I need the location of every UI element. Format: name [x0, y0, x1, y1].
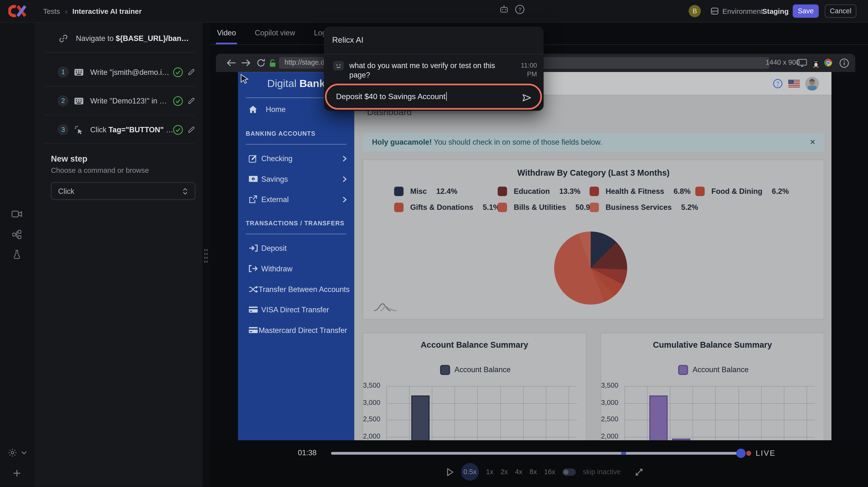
- ai-assistant-icon[interactable]: [499, 5, 509, 13]
- plot-area: [624, 386, 815, 440]
- breadcrumb-tests-link[interactable]: Tests: [43, 7, 60, 15]
- bar-chart-title: Cumulative Balance Summary: [601, 340, 824, 349]
- live-session-video[interactable]: Digital Bank Home BANKING ACCOUNTSChecki…: [238, 72, 831, 440]
- pie-legend-item: Business Services5.2%: [589, 203, 698, 212]
- environment-icon: [710, 6, 719, 16]
- assistant-message: what do you want me to verify or test on…: [349, 61, 500, 80]
- gridline: [523, 386, 524, 440]
- speed-16x[interactable]: 16x: [544, 468, 555, 476]
- gridline: [500, 386, 501, 440]
- browser-forward-icon[interactable]: [241, 59, 251, 67]
- cancel-button[interactable]: Cancel: [825, 4, 857, 18]
- tab-video[interactable]: Video: [216, 22, 237, 44]
- playhead[interactable]: [736, 449, 746, 458]
- bank-nav-mastercard-direct-transfer[interactable]: Mastercard Direct Transfer: [248, 324, 347, 336]
- text-caret: [446, 92, 447, 101]
- bank-nav-deposit[interactable]: Deposit: [248, 242, 347, 254]
- prompt-input-value[interactable]: Deposit $40 to Savings Account: [336, 92, 447, 101]
- flask-icon[interactable]: [13, 250, 21, 259]
- test-step-3[interactable]: 3Click Tag="BUTTON" …: [34, 116, 203, 143]
- legend-label: Misc: [410, 187, 427, 195]
- command-select[interactable]: Click: [51, 182, 195, 200]
- send-icon[interactable]: [521, 93, 532, 102]
- divider: [44, 115, 195, 115]
- cx-logo-icon[interactable]: [8, 4, 27, 18]
- edit-step-icon[interactable]: [187, 97, 195, 105]
- step-passed-icon[interactable]: [173, 67, 183, 77]
- bank-nav-savings[interactable]: 1Savings: [248, 173, 347, 185]
- navigate-step[interactable]: Navigate to ${BASE_URL}/ban…: [59, 30, 189, 47]
- video-camera-icon[interactable]: [11, 211, 22, 218]
- panel-resize-gutter[interactable]: [203, 22, 209, 487]
- gridline: [386, 386, 387, 440]
- chevron-right-icon: [342, 196, 347, 203]
- bank-help-icon[interactable]: ?: [773, 79, 783, 89]
- bar: [411, 395, 429, 440]
- add-step-icon[interactable]: [13, 469, 21, 477]
- bank-nav-visa-direct-transfer[interactable]: VISA Direct Transfer: [248, 304, 347, 316]
- breadcrumb-separator: ›: [65, 7, 67, 15]
- gridline: [386, 386, 577, 387]
- pie-legend-item: Education13.3%: [498, 187, 581, 196]
- help-icon[interactable]: ?: [515, 4, 525, 14]
- svg-text:?: ?: [776, 81, 779, 86]
- speed-2x[interactable]: 2x: [501, 468, 508, 476]
- legend-label: Bills & Utilities: [514, 203, 566, 212]
- divider: [44, 52, 195, 53]
- step-passed-icon[interactable]: [173, 124, 183, 135]
- sparkline-watermark-icon: [374, 302, 398, 312]
- skip-inactive-toggle[interactable]: [562, 468, 576, 476]
- gridline: [647, 386, 648, 440]
- bank-nav-checking[interactable]: Checking: [248, 152, 347, 164]
- play-icon[interactable]: [446, 467, 454, 477]
- us-flag-icon[interactable]: [788, 80, 800, 88]
- user-avatar[interactable]: B: [688, 5, 701, 17]
- prompt-input[interactable]: Deposit $40 to Savings Account: [325, 84, 542, 110]
- speed-8x[interactable]: 8x: [530, 468, 537, 476]
- alert-close-icon[interactable]: ×: [810, 138, 815, 147]
- speed-0.5x[interactable]: 0.5x: [461, 463, 479, 481]
- playback-controls: 0.5x1x2x4x8x16x skip inactive: [446, 462, 644, 481]
- gridline: [670, 386, 671, 440]
- credit-card-icon: [248, 327, 258, 333]
- edit-icon: [248, 154, 260, 163]
- y-axis-tick: 3,000: [349, 399, 380, 406]
- test-step-1[interactable]: 1Write "jsmith@demo.i…: [34, 59, 203, 85]
- bank-user-avatar[interactable]: [805, 76, 819, 91]
- bank-nav-withdraw[interactable]: Withdraw: [248, 263, 347, 275]
- bar: [649, 395, 668, 440]
- legend-percent: 5.2%: [681, 203, 698, 212]
- speed-4x[interactable]: 4x: [515, 468, 522, 476]
- external-link-icon: [248, 195, 260, 204]
- browser-back-icon[interactable]: [226, 59, 237, 67]
- divider: [246, 144, 347, 144]
- workflow-icon[interactable]: [12, 230, 22, 239]
- gear-icon[interactable]: [8, 448, 17, 457]
- session-info-icon[interactable]: [839, 58, 849, 68]
- withdraw-category-pie-chart: [554, 232, 627, 305]
- bank-nav-transfer-between-accounts[interactable]: Transfer Between Accounts: [248, 283, 347, 295]
- drag-handle-icon[interactable]: [204, 248, 208, 264]
- gridline: [624, 386, 625, 440]
- speed-1x[interactable]: 1x: [486, 468, 493, 476]
- app-window: Tests › Interactive AI trainer ? B Envir…: [0, 0, 868, 487]
- save-button[interactable]: Save: [793, 4, 818, 18]
- test-step-2[interactable]: 2Write "Demo123!" in …: [34, 88, 203, 114]
- environment-value[interactable]: Staging: [762, 7, 788, 16]
- y-axis-tick: 2,000: [587, 432, 618, 440]
- bank-nav-external[interactable]: External: [248, 193, 347, 206]
- toggle-knob: [564, 469, 569, 475]
- top-bar: Tests › Interactive AI trainer ? B Envir…: [0, 0, 868, 23]
- edit-step-icon[interactable]: [187, 125, 195, 134]
- bank-nav-home[interactable]: Home: [248, 103, 285, 115]
- chevron-down-icon[interactable]: [21, 451, 27, 455]
- edit-step-icon[interactable]: [187, 68, 195, 76]
- sign-in-icon: [248, 244, 260, 252]
- browser-refresh-icon[interactable]: [256, 58, 266, 68]
- seek-bar[interactable]: [331, 452, 744, 455]
- new-step-subtitle: Choose a command or browse: [51, 166, 149, 175]
- tab-copilot-view[interactable]: Copilot view: [254, 22, 297, 44]
- legend-percent: 13.3%: [559, 187, 581, 195]
- step-passed-icon[interactable]: [173, 95, 183, 106]
- fullscreen-icon[interactable]: [634, 467, 644, 477]
